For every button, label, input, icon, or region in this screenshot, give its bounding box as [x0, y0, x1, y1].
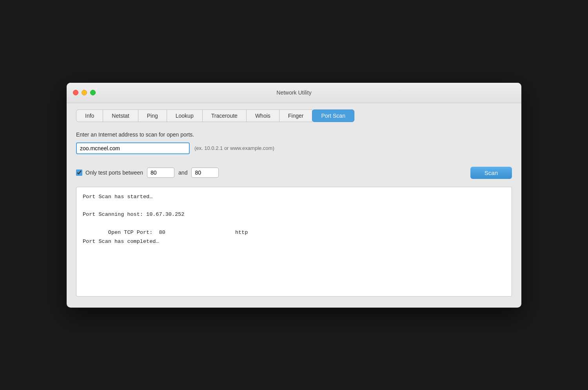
window-title: Network Utility: [276, 89, 311, 96]
tab-netstat[interactable]: Netstat: [103, 109, 138, 122]
port-from-input[interactable]: [147, 168, 174, 178]
tab-portscan[interactable]: Port Scan: [312, 109, 354, 122]
tab-finger[interactable]: Finger: [279, 109, 313, 122]
checkbox-wrapper: Only test ports between: [76, 169, 143, 176]
close-button[interactable]: [73, 90, 78, 95]
minimize-button[interactable]: [82, 90, 87, 95]
maximize-button[interactable]: [90, 90, 96, 95]
ports-checkbox[interactable]: [76, 169, 82, 176]
address-hint: (ex. 10.0.2.1 or www.example.com): [194, 145, 274, 151]
tab-info[interactable]: Info: [76, 109, 103, 122]
port-to-input[interactable]: [191, 168, 219, 178]
scan-button[interactable]: Scan: [470, 167, 512, 179]
ports-row: Only test ports between and Scan: [76, 167, 512, 179]
tab-lookup[interactable]: Lookup: [167, 109, 203, 122]
main-content: Info Netstat Ping Lookup Traceroute Whoi…: [67, 103, 521, 308]
address-input[interactable]: [76, 142, 190, 154]
traffic-lights: [73, 90, 96, 95]
output-area[interactable]: [76, 187, 512, 297]
tab-bar: Info Netstat Ping Lookup Traceroute Whoi…: [76, 109, 512, 122]
tab-traceroute[interactable]: Traceroute: [202, 109, 247, 122]
checkbox-label: Only test ports between: [85, 169, 143, 176]
tab-ping[interactable]: Ping: [138, 109, 167, 122]
tab-whois[interactable]: Whois: [246, 109, 279, 122]
titlebar: Network Utility: [67, 83, 521, 103]
and-label: and: [178, 169, 187, 176]
app-window: Network Utility Info Netstat Ping Lookup…: [67, 83, 521, 308]
address-row: (ex. 10.0.2.1 or www.example.com): [76, 142, 512, 154]
description-label: Enter an Internet address to scan for op…: [76, 131, 512, 138]
